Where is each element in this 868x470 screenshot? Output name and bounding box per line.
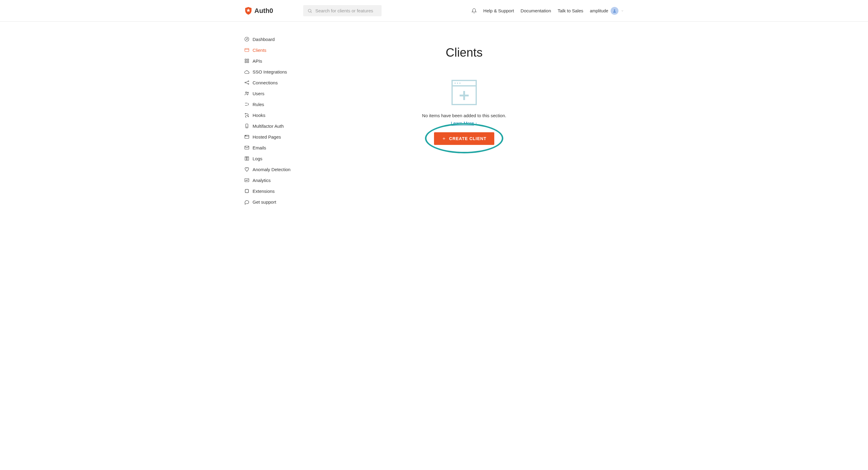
sidebar-item-clients[interactable]: Clients xyxy=(244,44,304,56)
svg-point-13 xyxy=(248,84,249,84)
connections-icon xyxy=(244,80,250,85)
sidebar: Dashboard Clients APIs SSO Integrations … xyxy=(244,22,304,207)
page-title: Clients xyxy=(446,46,483,59)
sidebar-item-label: Multifactor Auth xyxy=(253,124,284,129)
chevron-right-icon xyxy=(475,122,477,124)
sidebar-item-apis[interactable]: APIs xyxy=(244,56,304,66)
logo[interactable]: Auth0 xyxy=(244,7,273,15)
header: Auth0 Help & Support Documentation Talk … xyxy=(0,0,868,22)
sidebar-item-label: Rules xyxy=(253,102,264,107)
sidebar-item-label: Dashboard xyxy=(253,37,275,42)
sidebar-item-users[interactable]: Users xyxy=(244,88,304,99)
sidebar-item-support[interactable]: Get support xyxy=(244,196,304,207)
sidebar-item-label: Emails xyxy=(253,145,266,150)
svg-point-12 xyxy=(248,81,249,82)
avatar xyxy=(611,7,618,15)
sidebar-item-mfa[interactable]: Multifactor Auth xyxy=(244,121,304,131)
svg-rect-26 xyxy=(245,146,249,150)
svg-point-19 xyxy=(248,116,249,117)
svg-point-0 xyxy=(308,9,311,12)
svg-point-21 xyxy=(247,127,247,127)
sidebar-item-anomaly[interactable]: Anomaly Detection xyxy=(244,164,304,175)
device-icon xyxy=(244,123,250,129)
tenant-selector[interactable]: amplitude xyxy=(590,7,624,15)
clients-icon xyxy=(244,47,250,53)
svg-line-14 xyxy=(246,81,248,82)
svg-point-41 xyxy=(455,83,456,84)
sidebar-item-hosted[interactable]: Hosted Pages xyxy=(244,131,304,142)
empty-text: No items have been added to this section… xyxy=(422,113,506,118)
sidebar-item-label: Users xyxy=(253,91,264,96)
svg-point-4 xyxy=(247,39,247,39)
svg-point-24 xyxy=(245,135,246,136)
logo-text: Auth0 xyxy=(254,7,273,15)
svg-rect-8 xyxy=(247,59,249,61)
sidebar-item-label: Analytics xyxy=(253,178,271,183)
svg-point-16 xyxy=(246,92,247,93)
sidebar-item-emails[interactable]: Emails xyxy=(244,142,304,153)
sidebar-item-label: Get support xyxy=(253,199,276,205)
sidebar-item-label: Clients xyxy=(253,48,267,53)
nav-docs[interactable]: Documentation xyxy=(521,8,551,13)
sidebar-item-extensions[interactable]: Extensions xyxy=(244,186,304,196)
learn-more-link[interactable]: Learn More xyxy=(451,121,478,126)
create-client-button[interactable]: CREATE CLIENT xyxy=(434,132,494,145)
sidebar-item-hooks[interactable]: Hooks xyxy=(244,110,304,121)
empty-state: No items have been added to this section… xyxy=(422,77,506,145)
svg-rect-7 xyxy=(245,59,247,61)
svg-point-18 xyxy=(245,113,246,114)
svg-point-25 xyxy=(246,135,246,136)
main: Dashboard Clients APIs SSO Integrations … xyxy=(238,22,630,207)
svg-point-42 xyxy=(457,83,458,84)
notifications-icon[interactable] xyxy=(471,8,477,13)
analytics-icon xyxy=(244,178,250,183)
sidebar-item-label: Logs xyxy=(253,156,262,161)
avatar-user-icon xyxy=(613,9,617,13)
svg-point-11 xyxy=(245,82,246,83)
auth0-logo-icon xyxy=(244,7,253,15)
rules-icon xyxy=(244,101,250,107)
tenant-name: amplitude xyxy=(590,8,608,13)
svg-line-1 xyxy=(311,11,312,12)
sidebar-item-label: Anomaly Detection xyxy=(253,167,290,172)
sidebar-item-logs[interactable]: Logs xyxy=(244,153,304,164)
sidebar-item-analytics[interactable]: Analytics xyxy=(244,175,304,186)
apis-icon xyxy=(244,58,250,64)
svg-rect-30 xyxy=(245,189,249,193)
header-inner: Auth0 Help & Support Documentation Talk … xyxy=(238,5,630,16)
create-client-label: CREATE CLIENT xyxy=(449,136,487,141)
sidebar-item-label: APIs xyxy=(253,58,262,64)
chevron-down-icon xyxy=(621,9,624,12)
logs-icon xyxy=(244,156,250,161)
sidebar-item-rules[interactable]: Rules xyxy=(244,99,304,110)
hooks-icon xyxy=(244,113,250,118)
sidebar-item-sso[interactable]: SSO Integrations xyxy=(244,66,304,77)
sidebar-item-connections[interactable]: Connections xyxy=(244,77,304,88)
sidebar-item-dashboard[interactable]: Dashboard xyxy=(244,34,304,44)
search-input[interactable] xyxy=(315,8,377,13)
sidebar-item-label: Hosted Pages xyxy=(253,134,281,139)
hosted-icon xyxy=(244,134,250,139)
nav-help[interactable]: Help & Support xyxy=(484,8,514,13)
svg-point-43 xyxy=(459,83,461,84)
chat-icon xyxy=(244,199,250,205)
nav-sales[interactable]: Talk to Sales xyxy=(558,8,583,13)
search-icon xyxy=(307,8,312,13)
svg-point-17 xyxy=(247,92,249,93)
svg-rect-10 xyxy=(247,61,249,63)
plus-icon xyxy=(442,136,446,141)
sidebar-item-label: SSO Integrations xyxy=(253,69,287,74)
extensions-icon xyxy=(244,188,250,194)
svg-line-15 xyxy=(246,83,248,84)
sidebar-item-label: Extensions xyxy=(253,189,275,194)
email-icon xyxy=(244,145,250,150)
header-right: Help & Support Documentation Talk to Sal… xyxy=(471,7,624,15)
heart-icon xyxy=(244,167,250,172)
search-box[interactable] xyxy=(303,5,381,16)
users-icon xyxy=(244,91,250,96)
svg-rect-5 xyxy=(245,49,249,52)
empty-window-icon xyxy=(449,77,479,107)
svg-point-2 xyxy=(614,9,615,11)
sidebar-item-label: Hooks xyxy=(253,113,266,118)
dashboard-icon xyxy=(244,36,250,42)
